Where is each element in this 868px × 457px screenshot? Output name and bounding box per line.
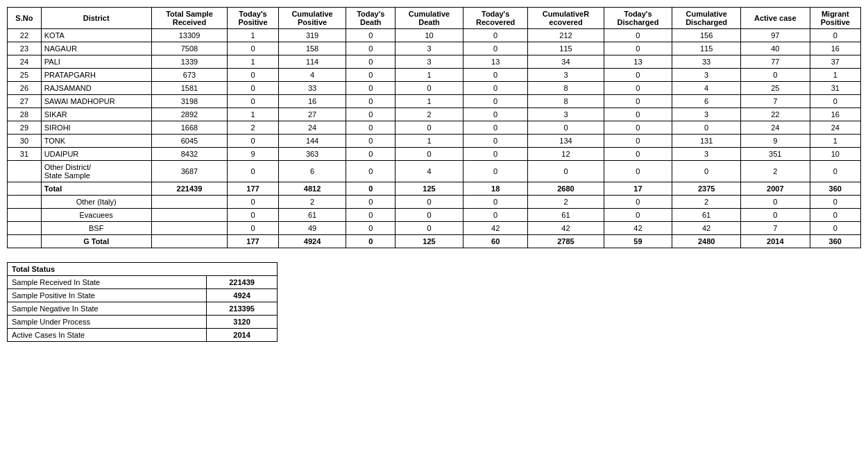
table-cell: 125 (395, 182, 463, 196)
table-row: BSF049004242424270 (8, 222, 861, 235)
table-cell: 1 (810, 69, 860, 82)
status-section: Total Status Sample Received In State221… (7, 262, 278, 342)
table-cell: 18 (463, 182, 527, 196)
col-header-sno: S.No (8, 8, 42, 29)
table-cell: 0 (463, 135, 527, 148)
table-cell: 0 (395, 148, 463, 161)
table-cell: 28 (8, 108, 42, 121)
table-cell: 77 (740, 55, 810, 69)
status-row: Sample Positive In State4924 (8, 289, 278, 302)
table-cell: RAJSAMAND (41, 82, 151, 95)
table-cell: 131 (672, 135, 741, 148)
table-cell (8, 235, 42, 248)
table-cell: 4 (672, 82, 741, 95)
table-cell: SIKAR (41, 108, 151, 121)
table-cell: Evacuees (41, 209, 151, 222)
col-header-district: District (41, 8, 151, 29)
table-cell: 31 (8, 148, 42, 161)
table-cell: 0 (346, 148, 395, 161)
table-cell: 0 (346, 82, 395, 95)
status-row: Active Cases In State2014 (8, 329, 278, 342)
table-cell: 115 (528, 42, 604, 55)
table-cell: 1668 (151, 121, 228, 135)
table-cell: 1 (228, 108, 278, 121)
table-cell: 13 (604, 55, 672, 69)
col-header-cumulative-discharged: CumulativeDischarged (672, 8, 741, 29)
status-row: Sample Under Process3120 (8, 316, 278, 329)
table-cell: 25 (8, 69, 42, 82)
table-cell: 8 (528, 95, 604, 108)
table-cell: 17 (604, 182, 672, 196)
col-header-cumulative-positive: CumulativePositive (278, 8, 346, 29)
table-row: Evacuees0610006106100 (8, 209, 861, 222)
table-cell: 3 (395, 42, 463, 55)
table-cell: 0 (604, 196, 672, 209)
table-row: 29SIROHI16682240000002424 (8, 121, 861, 135)
table-cell: Total (41, 182, 151, 196)
table-cell: 0 (810, 209, 860, 222)
table-cell: 0 (604, 108, 672, 121)
table-cell: 0 (346, 161, 395, 182)
table-cell: 2 (278, 196, 346, 209)
table-cell: Other District/State Sample (41, 161, 151, 182)
col-header-migrant-positive: MigrantPositive (810, 8, 860, 29)
status-value: 4924 (207, 289, 278, 302)
table-cell: SAWAI MADHOPUR (41, 95, 151, 108)
gtotal-row: G Total177492401256027855924802014360 (8, 235, 861, 248)
table-cell: 0 (463, 69, 527, 82)
status-label: Sample Negative In State (8, 302, 207, 316)
table-cell: 0 (463, 148, 527, 161)
table-cell: 144 (278, 135, 346, 148)
table-row: 22KOTA13309131901002120156970 (8, 29, 861, 42)
table-cell: 351 (740, 148, 810, 161)
table-cell: 0 (346, 29, 395, 42)
table-cell (8, 196, 42, 209)
table-cell: 4 (395, 161, 463, 182)
table-cell: 24 (8, 55, 42, 69)
table-cell: 0 (228, 161, 278, 182)
table-cell: 0 (672, 161, 741, 182)
table-cell: 25 (740, 82, 810, 95)
table-cell: 61 (672, 209, 741, 222)
col-header-cumulative-death: CumulativeDeath (395, 8, 463, 29)
table-cell: 0 (604, 82, 672, 95)
table-cell: 42 (528, 222, 604, 235)
table-cell: 27 (8, 95, 42, 108)
status-value: 221439 (207, 276, 278, 289)
table-cell: 360 (810, 235, 860, 248)
table-cell: 0 (463, 161, 527, 182)
table-cell: 0 (228, 209, 278, 222)
table-cell: 0 (228, 222, 278, 235)
table-cell: 16 (810, 108, 860, 121)
table-cell (8, 209, 42, 222)
table-cell: 1581 (151, 82, 228, 95)
table-cell (8, 222, 42, 235)
covid-data-table: S.No District Total SampleReceived Today… (7, 7, 861, 248)
table-cell: 42 (672, 222, 741, 235)
table-cell: 2014 (740, 235, 810, 248)
table-cell: 319 (278, 29, 346, 42)
col-header-todays-positive: Today'sPositive (228, 8, 278, 29)
table-cell: 1 (228, 55, 278, 69)
table-cell: 221439 (151, 182, 228, 196)
table-cell: 31 (810, 82, 860, 95)
table-cell: 3687 (151, 161, 228, 182)
table-cell: 0 (604, 135, 672, 148)
table-cell: TONK (41, 135, 151, 148)
table-cell: 61 (528, 209, 604, 222)
table-cell: 363 (278, 148, 346, 161)
table-cell: 10 (395, 29, 463, 42)
table-cell (151, 196, 228, 209)
col-header-todays-discharged: Today'sDischarged (604, 8, 672, 29)
table-cell: 7508 (151, 42, 228, 55)
table-cell: 9 (740, 135, 810, 148)
table-cell: 0 (346, 95, 395, 108)
table-cell: 2 (228, 121, 278, 135)
table-cell: 134 (528, 135, 604, 148)
table-cell: 156 (672, 29, 741, 42)
table-cell: 0 (395, 209, 463, 222)
table-cell: 22 (8, 29, 42, 42)
table-cell: BSF (41, 222, 151, 235)
table-cell: 115 (672, 42, 741, 55)
table-cell: 0 (346, 42, 395, 55)
